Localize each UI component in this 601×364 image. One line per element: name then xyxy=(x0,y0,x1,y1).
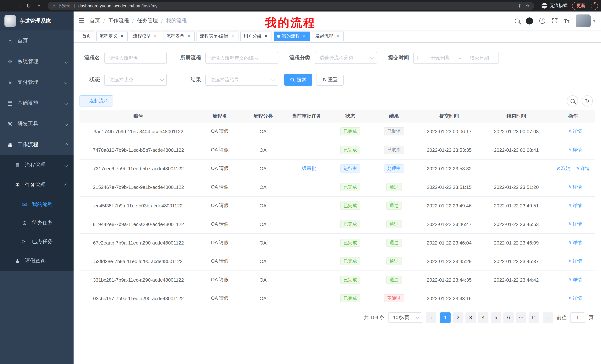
sidebar-item-infrastructure[interactable]: ▤ 基础设施 xyxy=(0,93,74,114)
fullscreen-icon[interactable] xyxy=(551,18,557,24)
cell-end-time: 2022-01-22 23:46:09 xyxy=(481,233,551,252)
user-avatar-menu[interactable] xyxy=(576,14,596,27)
eye-icon: ⊙ xyxy=(21,220,28,226)
sidebar-item-home[interactable]: ⌂ 首页 xyxy=(0,30,74,51)
detail-action[interactable]: 详情 xyxy=(568,128,582,134)
detail-action[interactable]: 详情 xyxy=(568,295,582,301)
page-size-select[interactable]: 10条/页 xyxy=(388,312,422,323)
view-tab[interactable]: 流程模型 xyxy=(130,31,161,41)
toolbar-right xyxy=(567,95,595,106)
page-button[interactable]: 3 xyxy=(465,312,476,323)
view-tab[interactable]: 用户分组 xyxy=(240,31,272,41)
sidebar-item-workflow[interactable]: ▦ 工作流程 xyxy=(0,134,74,155)
sidebar-item-task-management[interactable]: ⊞ 任务管理 xyxy=(0,175,74,195)
next-page-button[interactable]: › xyxy=(543,312,553,323)
page-button[interactable]: 2 xyxy=(453,312,463,323)
close-icon[interactable] xyxy=(263,34,269,39)
menu-label: 基础设施 xyxy=(18,100,38,106)
browser-toolbar: ← → ↻ ⌂ ⚠ 不安全 dashboard.yudao.iocoder.cn… xyxy=(0,0,601,11)
breadcrumb-home[interactable]: 首页 xyxy=(90,18,100,24)
process-name-input[interactable] xyxy=(104,52,167,64)
url-path: /bpm/task/my xyxy=(132,3,158,8)
detail-action[interactable]: 详情 xyxy=(568,277,582,283)
page-button[interactable]: 5 xyxy=(491,312,501,323)
close-icon[interactable] xyxy=(153,34,158,39)
password-key-icon[interactable]: ⚷ xyxy=(518,3,521,8)
status-select[interactable]: 请选择状态 xyxy=(104,74,167,86)
search-icon[interactable] xyxy=(515,18,520,23)
column-id: 编号 xyxy=(80,110,197,122)
view-tab[interactable]: 我的流程 xyxy=(274,31,310,41)
table-row: 331bc281-7b9a-11ec-a290-acde48001122 OA … xyxy=(80,270,595,289)
date-range-separator: - xyxy=(459,55,461,61)
detail-action[interactable]: 详情 xyxy=(568,258,582,264)
category-select[interactable]: 请选择流程分类 xyxy=(315,52,377,64)
close-icon[interactable] xyxy=(335,34,340,39)
cell-current-task xyxy=(284,122,330,141)
page-button[interactable]: ··· xyxy=(516,312,526,323)
workflow-icon: ▦ xyxy=(7,141,13,148)
app-logo[interactable]: 芋道管理系统 xyxy=(0,11,74,30)
font-size-icon[interactable] xyxy=(564,18,570,24)
close-icon[interactable] xyxy=(119,34,124,39)
detail-action[interactable]: 详情 xyxy=(568,147,582,153)
back-button[interactable]: ← xyxy=(3,1,13,10)
tags-view-bar: 首页 流程定义 流程模型 流程表单 流程 xyxy=(74,30,601,43)
close-icon[interactable] xyxy=(186,34,191,39)
reload-button[interactable]: ↻ xyxy=(24,1,33,10)
security-chip[interactable]: ⚠ 不安全 xyxy=(52,3,70,9)
sidebar-item-my-process[interactable]: ✉ 我的流程 xyxy=(0,195,74,214)
sidebar-item-done-tasks[interactable]: ✂ 已办任务 xyxy=(0,232,74,251)
sidebar-item-leave-query[interactable]: ♟ 请假查询 xyxy=(0,251,74,271)
page-button[interactable]: 1 xyxy=(440,312,451,323)
close-icon[interactable] xyxy=(230,34,235,39)
result-tag: 通过 xyxy=(386,276,402,284)
address-bar[interactable]: ⚠ 不安全 dashboard.yudao.iocoder.cn/bpm/tas… xyxy=(48,2,534,10)
search-button[interactable]: 搜索 xyxy=(284,74,312,86)
view-tab[interactable]: 流程表单-编辑 xyxy=(197,31,239,41)
refresh-table-button[interactable] xyxy=(582,95,593,106)
submit-time-range-picker[interactable]: 开始日期 - 结束日期 xyxy=(413,52,499,64)
breadcrumb-workflow[interactable]: 工作流程 xyxy=(108,18,129,24)
view-tab[interactable]: 流程定义 xyxy=(96,31,128,41)
toggle-search-button[interactable] xyxy=(567,95,578,106)
end-date-placeholder: 结束日期 xyxy=(464,55,495,61)
sidebar-item-payment-management[interactable]: ¥ 支付管理 xyxy=(0,72,74,93)
page-button[interactable]: 4 xyxy=(478,312,489,323)
sidebar-item-process-management[interactable]: ≣ 流程管理 xyxy=(0,155,74,175)
page-button[interactable]: 11 xyxy=(529,312,539,323)
sidebar-toggle-icon[interactable] xyxy=(74,17,90,25)
page-button[interactable]: 6 xyxy=(503,312,514,323)
view-tab[interactable]: 发起流程 xyxy=(312,31,344,41)
sidebar-item-todo-tasks[interactable]: ⊙ 待办任务 xyxy=(0,214,74,232)
process-definition-input[interactable] xyxy=(205,52,278,64)
status-tag: 已完成 xyxy=(340,201,360,210)
browser-menu-icon[interactable]: ⋮ xyxy=(589,3,594,9)
jump-page-input[interactable] xyxy=(570,312,585,323)
breadcrumb-task-management[interactable]: 任务管理 xyxy=(137,18,158,24)
detail-action[interactable]: 详情 xyxy=(568,202,582,209)
close-icon[interactable] xyxy=(302,34,307,39)
home-button[interactable]: ⌂ xyxy=(34,1,44,10)
reset-button[interactable]: 重置 xyxy=(316,74,344,86)
detail-action[interactable]: 详情 xyxy=(568,184,582,190)
github-icon[interactable] xyxy=(526,17,533,24)
detail-action[interactable]: 详情 xyxy=(576,165,590,172)
view-tab[interactable]: 首页 xyxy=(79,31,94,41)
create-process-button[interactable]: 发起流程 xyxy=(80,95,113,106)
forward-button[interactable]: → xyxy=(13,1,23,10)
cell-status: 已完成 xyxy=(330,252,371,270)
bookmark-star-icon[interactable]: ☆ xyxy=(526,3,530,8)
detail-action[interactable]: 详情 xyxy=(568,239,582,246)
result-select[interactable]: 请选择流结果 xyxy=(205,74,278,86)
sidebar-item-system-management[interactable]: ⚙ 系统管理 xyxy=(0,51,74,72)
help-icon[interactable] xyxy=(539,18,545,24)
detail-action[interactable]: 详情 xyxy=(568,221,582,227)
cancel-action[interactable]: 取消 xyxy=(556,165,571,172)
view-tab[interactable]: 流程表单 xyxy=(163,31,195,41)
prev-page-button[interactable]: ‹ xyxy=(426,312,436,323)
browser-update-button[interactable]: 更新 ⋮ xyxy=(572,2,598,10)
sidebar-item-dev-tools[interactable]: ⚒ 研发工具 xyxy=(0,114,74,134)
current-task-link[interactable]: 一级审批 xyxy=(297,165,316,171)
cell-current-task xyxy=(284,252,330,270)
